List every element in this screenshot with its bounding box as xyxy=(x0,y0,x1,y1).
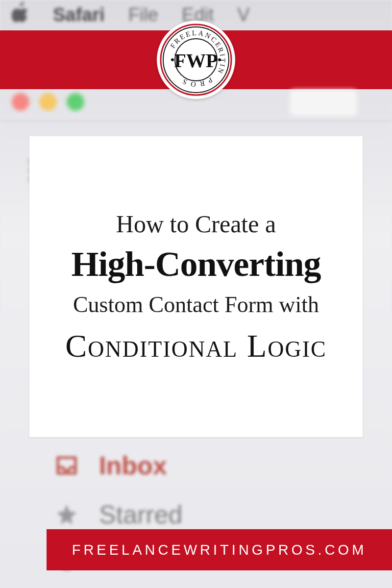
sidebar-item-inbox: Inbox xyxy=(54,451,372,480)
sidebar-label-starred: Starred xyxy=(99,500,183,529)
minimize-icon xyxy=(39,93,57,111)
fwp-badge: FREELANCE WRITING PROS FWP xyxy=(157,21,235,99)
title-card: How to Create a High-Converting Custom C… xyxy=(29,136,363,437)
sidebar-item-starred: Starred xyxy=(54,500,372,529)
toolbar-button xyxy=(289,89,358,117)
inbox-icon xyxy=(54,453,79,478)
toolbar-divider xyxy=(0,121,392,122)
star-icon xyxy=(54,502,79,527)
window-traffic-lights xyxy=(12,93,84,111)
title-line-4: Conditional Logic xyxy=(65,328,326,363)
footer-url-text: FREELANCEWRITINGPROS.COM xyxy=(72,542,367,558)
title-line-2: High-Converting xyxy=(71,244,320,285)
sidebar-label-inbox: Inbox xyxy=(99,451,167,480)
svg-point-6 xyxy=(171,58,174,61)
svg-point-7 xyxy=(218,58,221,61)
fwp-badge-svg: FREELANCE WRITING PROS FWP xyxy=(159,23,233,97)
badge-initials: FWP xyxy=(174,49,218,72)
menu-item-file: File xyxy=(128,4,158,25)
title-line-1: How to Create a xyxy=(116,210,276,238)
fullscreen-icon xyxy=(67,93,84,111)
menu-app-name: Safari xyxy=(53,4,105,25)
title-line-3: Custom Contact Form with xyxy=(73,292,319,318)
close-icon xyxy=(12,93,29,111)
footer-url-bar: FREELANCEWRITINGPROS.COM xyxy=(47,529,392,570)
apple-logo-icon xyxy=(12,2,29,27)
menu-item-v: V xyxy=(237,4,249,25)
